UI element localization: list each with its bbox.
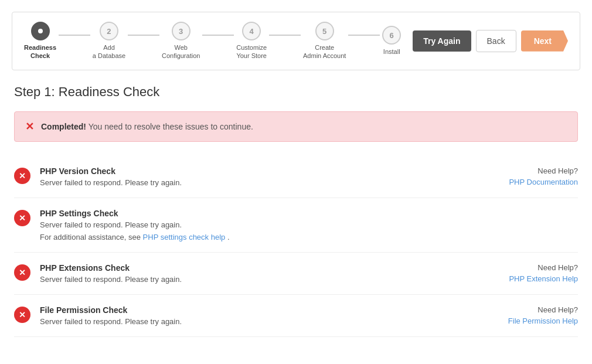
php-documentation-link[interactable]: PHP Documentation	[484, 178, 578, 186]
alert-body-text: You need to resolve these issues to cont…	[86, 122, 253, 131]
step-1-label: ReadinessCheck	[24, 43, 56, 60]
step-1-circle	[31, 22, 50, 40]
main-content: Step 1: Readiness Check ✕ Completed! You…	[14, 84, 578, 337]
php-version-content: PHP Version Check Server failed to respo…	[40, 166, 484, 187]
php-extensions-check-item: ✕ PHP Extensions Check Server failed to …	[14, 253, 578, 295]
svg-point-0	[38, 29, 43, 33]
step-4-label: CustomizeYour Store	[236, 43, 267, 60]
php-settings-extra-prefix: For additional assistance, see	[40, 233, 143, 241]
alert-text: Completed! You need to resolve these iss…	[41, 122, 253, 131]
file-permission-need-help-label: Need Help?	[484, 305, 578, 314]
step-4-wrapper: 4 CustomizeYour Store	[236, 22, 267, 60]
php-version-error-icon: ✕	[14, 168, 30, 184]
step-6-circle: 6	[382, 26, 401, 45]
connector-4-5	[269, 35, 301, 36]
stepper-steps: ReadinessCheck 2 Adda Database 3 WebConf…	[24, 22, 401, 60]
php-settings-desc: Server failed to respond. Please try aga…	[40, 220, 484, 229]
step-2-circle: 2	[100, 22, 118, 40]
step-6-label: Install	[383, 47, 400, 56]
php-version-need-help-label: Need Help?	[484, 166, 578, 175]
connector-3-4	[202, 35, 234, 36]
file-permission-help: Need Help? File Permission Help	[484, 305, 578, 325]
file-permission-content: File Permission Check Server failed to r…	[40, 305, 484, 326]
connector-2-3	[128, 35, 159, 36]
step-3-circle: 3	[172, 22, 190, 40]
file-permission-title: File Permission Check	[40, 305, 484, 315]
php-extension-help-link[interactable]: PHP Extension Help	[484, 274, 578, 283]
back-button[interactable]: Back	[476, 30, 516, 52]
step-3-label: WebConfiguration	[162, 43, 200, 60]
php-extensions-title: PHP Extensions Check	[40, 263, 484, 273]
step-1-wrapper: ReadinessCheck	[24, 22, 56, 60]
php-extensions-help: Need Help? PHP Extension Help	[484, 263, 578, 283]
php-version-title: PHP Version Check	[40, 166, 484, 176]
php-version-help: Need Help? PHP Documentation	[484, 166, 578, 186]
php-settings-extra-suffix: .	[225, 233, 229, 241]
php-version-check-item: ✕ PHP Version Check Server failed to res…	[14, 156, 578, 198]
stepper-buttons: Try Again Back Next	[413, 30, 568, 52]
php-settings-check-help-link[interactable]: PHP settings check help	[143, 233, 226, 241]
step-6-wrapper: 6 Install	[382, 26, 401, 56]
stepper-bar: ReadinessCheck 2 Adda Database 3 WebConf…	[12, 12, 580, 70]
connector-1-2	[59, 35, 90, 36]
file-permission-help-link[interactable]: File Permission Help	[484, 317, 578, 325]
next-button[interactable]: Next	[521, 30, 568, 52]
alert-banner: ✕ Completed! You need to resolve these i…	[14, 111, 578, 142]
step-5-label: CreateAdmin Account	[303, 43, 346, 60]
step-1-dot-icon	[36, 27, 45, 35]
php-settings-check-item: ✕ PHP Settings Check Server failed to re…	[14, 198, 578, 253]
step-4-circle: 4	[242, 22, 261, 40]
step-5-wrapper: 5 CreateAdmin Account	[303, 22, 346, 60]
alert-bold-text: Completed!	[41, 122, 86, 131]
php-extensions-need-help-label: Need Help?	[484, 263, 578, 272]
check-items-list: ✕ PHP Version Check Server failed to res…	[14, 156, 578, 337]
step-5-circle: 5	[315, 22, 334, 40]
connector-5-6	[348, 35, 380, 36]
php-extensions-content: PHP Extensions Check Server failed to re…	[40, 263, 484, 284]
file-permission-desc: Server failed to respond. Please try aga…	[40, 317, 484, 326]
php-settings-error-icon: ✕	[14, 210, 30, 226]
step-3-wrapper: 3 WebConfiguration	[162, 22, 200, 60]
file-permission-check-item: ✕ File Permission Check Server failed to…	[14, 295, 578, 337]
try-again-button[interactable]: Try Again	[413, 30, 471, 52]
php-extensions-error-icon: ✕	[14, 264, 30, 281]
step-2-wrapper: 2 Adda Database	[93, 22, 125, 60]
php-extensions-desc: Server failed to respond. Please try aga…	[40, 275, 484, 284]
php-version-desc: Server failed to respond. Please try aga…	[40, 178, 484, 187]
alert-error-icon: ✕	[25, 120, 34, 133]
php-settings-content: PHP Settings Check Server failed to resp…	[40, 209, 484, 241]
page-title: Step 1: Readiness Check	[14, 84, 578, 100]
php-settings-extra-text: For additional assistance, see PHP setti…	[40, 233, 484, 241]
file-permission-error-icon: ✕	[14, 307, 30, 323]
php-settings-title: PHP Settings Check	[40, 209, 484, 218]
step-2-label: Adda Database	[93, 43, 125, 60]
